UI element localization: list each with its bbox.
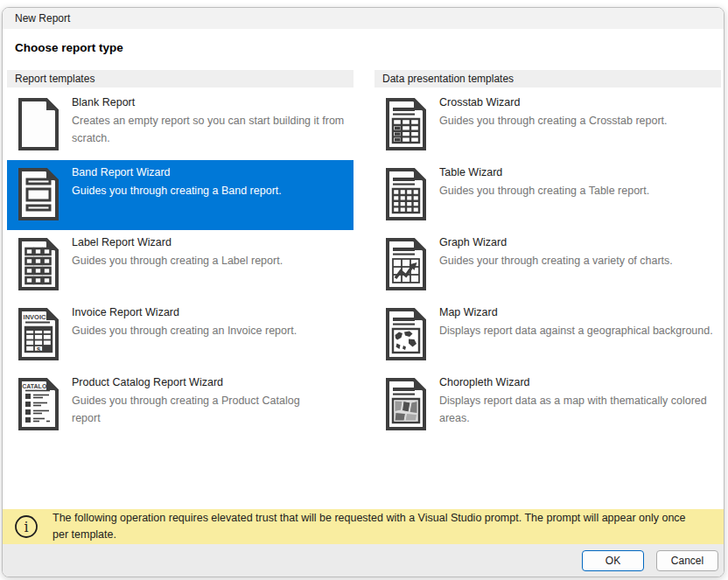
choropleth-icon — [385, 377, 427, 431]
template-item-title: Invoice Report Wizard — [72, 306, 350, 318]
template-item-title: Choropleth Wizard — [439, 376, 718, 388]
template-item-title: Crosstab Wizard — [439, 96, 718, 108]
notice-text: The following operation requires elevate… — [52, 510, 700, 544]
template-item-title: Band Report Wizard — [72, 166, 350, 178]
graph-icon — [385, 237, 427, 291]
template-item-crosstab-wizard[interactable]: Crosstab Wizard Guides you through creat… — [374, 90, 721, 160]
svg-text:i: i — [24, 519, 28, 535]
dialog-titlebar: New Report — [3, 8, 724, 29]
column-header-data-presentation-templates: Data presentation templates — [374, 70, 721, 87]
template-item-description: Guides you through creating a Label repo… — [72, 253, 350, 270]
invoice-report-icon: INVOICE $ — [18, 307, 60, 361]
blank-report-icon — [18, 97, 60, 151]
template-item-description: Displays report data as a map with thema… — [439, 393, 718, 427]
svg-text:INVOICE: INVOICE — [24, 313, 51, 321]
data-presentation-templates-list: Crosstab Wizard Guides you through creat… — [374, 87, 721, 440]
template-item-title: Map Wizard — [439, 306, 718, 318]
column-report-templates: Report templates Blank Report Creates an… — [7, 70, 354, 440]
template-item-description: Guides your through creating a variety o… — [439, 253, 718, 270]
template-item-table-wizard[interactable]: Table Wizard Guides you through creating… — [374, 160, 721, 230]
column-header-report-templates: Report templates — [7, 70, 354, 87]
map-icon — [385, 307, 427, 361]
band-report-icon — [18, 167, 60, 221]
template-item-description: Guides you through creating a Band repor… — [72, 183, 350, 200]
template-item-choropleth-wizard[interactable]: Choropleth Wizard Displays report data a… — [374, 370, 721, 440]
template-item-map-wizard[interactable]: Map Wizard Displays report data against … — [374, 300, 721, 370]
template-item-description: Guides you through creating a Product Ca… — [72, 393, 327, 427]
dialog-footer: OK Cancel — [3, 544, 724, 577]
template-item-invoice-report-wizard[interactable]: INVOICE $ Invoi — [7, 300, 354, 370]
template-item-title: Blank Report — [72, 96, 350, 108]
column-data-presentation-templates: Data presentation templates — [374, 70, 721, 440]
dialog-title: New Report — [15, 12, 70, 24]
report-templates-list: Blank Report Creates an empty report so … — [7, 87, 354, 440]
template-item-description: Guides you through creating a Table repo… — [439, 183, 718, 200]
template-item-description: Displays report data against a geographi… — [439, 323, 718, 340]
template-item-product-catalog-report-wizard[interactable]: CATALOG — [7, 370, 354, 440]
table-icon — [385, 167, 427, 221]
template-item-title: Table Wizard — [439, 166, 718, 178]
template-item-description: Guides you through creating an Invoice r… — [72, 323, 350, 340]
cancel-button[interactable]: Cancel — [656, 550, 718, 571]
template-item-description: Creates an empty report so you can start… — [72, 113, 350, 147]
product-catalog-report-icon: CATALOG — [18, 377, 60, 431]
crosstab-icon — [385, 97, 427, 151]
ok-button[interactable]: OK — [582, 550, 644, 571]
new-report-dialog: New Report Choose report type Report tem… — [2, 7, 724, 577]
template-item-graph-wizard[interactable]: Graph Wizard Guides your through creatin… — [374, 230, 721, 300]
template-item-description: Guides you through creating a Crosstab r… — [439, 113, 718, 130]
label-report-icon — [18, 237, 60, 291]
page-title: Choose report type — [15, 41, 123, 54]
template-item-blank-report[interactable]: Blank Report Creates an empty report so … — [7, 90, 354, 160]
info-icon: i — [14, 514, 38, 539]
notice-bar: i The following operation requires eleva… — [3, 509, 724, 544]
template-item-title: Label Report Wizard — [72, 236, 350, 248]
template-item-band-report-wizard[interactable]: Band Report Wizard Guides you through cr… — [7, 160, 354, 230]
template-item-label-report-wizard[interactable]: Label Report Wizard Guides you through c… — [7, 230, 354, 300]
svg-text:CATALOG: CATALOG — [22, 383, 52, 389]
template-item-title: Graph Wizard — [439, 236, 718, 248]
template-columns: Report templates Blank Report Creates an… — [7, 70, 721, 440]
template-item-title: Product Catalog Report Wizard — [72, 376, 327, 388]
